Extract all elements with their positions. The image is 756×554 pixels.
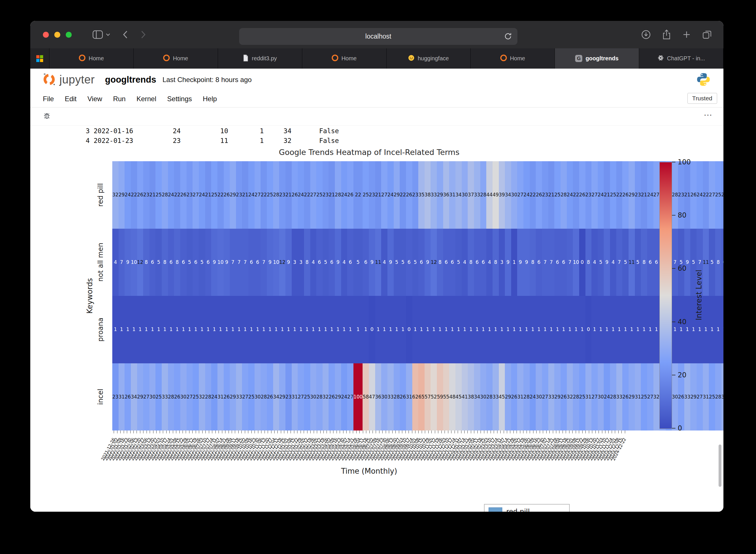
sidebar-toggle-icon[interactable] <box>92 30 103 39</box>
heatmap-cell: 1 <box>573 296 579 363</box>
heatmap-cell: 27 <box>653 161 660 229</box>
heatmap-annotation: 33 <box>387 394 394 399</box>
heatmap-cell: 27 <box>143 363 149 431</box>
x-tick <box>408 431 409 433</box>
tab-home[interactable]: Home <box>134 48 218 69</box>
heatmap-cell: 1 <box>119 296 125 363</box>
x-tick <box>323 431 324 433</box>
heatmap-cell: 6 <box>316 229 323 296</box>
reload-icon[interactable] <box>504 32 512 41</box>
tab-home[interactable]: Home <box>470 48 555 69</box>
heatmap-annotation: 29 <box>394 192 400 197</box>
heatmap-annotation: 1 <box>439 327 442 332</box>
tab-reddit3-py[interactable]: reddit3.py <box>218 48 302 69</box>
heatmap-annotation: 24 <box>530 394 536 399</box>
tab-huggingface[interactable]: huggingface <box>387 48 471 69</box>
heatmap-cell: 41 <box>462 363 468 431</box>
heatmap-cell: 30 <box>255 363 261 431</box>
heatmap-annotation: 6 <box>556 260 559 265</box>
menu-settings[interactable]: Settings <box>167 95 192 103</box>
heatmap-cell: 30 <box>310 363 317 431</box>
heatmap-cell: 34 <box>474 363 480 431</box>
more-options-icon[interactable]: ⋯ <box>704 110 713 120</box>
heatmap-annotation: 1 <box>704 327 707 332</box>
heatmap-annotation: 27 <box>310 192 317 197</box>
heatmap-annotation: 25 <box>554 192 561 197</box>
share-icon[interactable] <box>662 30 671 40</box>
heatmap-annotation: 7 <box>262 260 265 265</box>
downloads-icon[interactable] <box>641 30 651 40</box>
menu-view[interactable]: View <box>87 95 102 103</box>
heatmap-annotation: 26 <box>174 394 180 399</box>
heatmap-annotation: 6 <box>407 260 411 265</box>
heatmap-cell: 27 <box>187 363 193 431</box>
heatmap-annotation: 24 <box>341 192 348 197</box>
heatmap-annotation: 29 <box>279 394 286 399</box>
heatmap-annotation: 1 <box>194 327 197 332</box>
zoom-window-button[interactable] <box>66 32 72 38</box>
menu-file[interactable]: File <box>43 95 54 103</box>
pinned-tab[interactable] <box>30 48 50 69</box>
close-window-button[interactable] <box>43 32 49 38</box>
x-tick <box>143 431 143 433</box>
heatmap-annotation: 4 <box>463 260 466 265</box>
tab-googltrends[interactable]: Ggoogltrends <box>555 48 639 69</box>
menu-kernel[interactable]: Kernel <box>137 95 156 103</box>
heatmap-annotation: 24 <box>387 192 394 197</box>
address-bar[interactable]: localhost <box>239 28 517 45</box>
menu-edit[interactable]: Edit <box>65 95 76 103</box>
tab-overview-icon[interactable] <box>702 30 712 40</box>
heatmap-annotation: 30 <box>480 394 487 399</box>
heatmap-cell: 8 <box>174 229 180 296</box>
heatmap-annotation: 33 <box>493 394 499 399</box>
x-tick <box>471 431 471 433</box>
colorbar-tick-label: 100 <box>678 158 691 166</box>
heatmap-cell: 6 <box>193 229 199 296</box>
heatmap-cell: 6 <box>561 229 567 296</box>
heatmap-annotation: 27 <box>381 192 387 197</box>
x-tick <box>615 431 615 433</box>
vertical-scrollbar[interactable] <box>718 445 721 487</box>
heatmap-annotation: 33 <box>616 394 623 399</box>
minimize-window-button[interactable] <box>54 32 60 38</box>
tab-home[interactable]: Home <box>50 48 134 69</box>
debugger-icon[interactable] <box>43 111 51 121</box>
heatmap-annotation: 29 <box>137 394 143 399</box>
x-tick <box>546 431 547 433</box>
heatmap-cell: 1 <box>672 296 678 363</box>
menu-run[interactable]: Run <box>113 95 126 103</box>
x-tick <box>523 431 523 433</box>
heatmap-annotation: 1 <box>643 327 646 332</box>
menu-help[interactable]: Help <box>203 95 217 103</box>
heatmap-annotation: 21 <box>375 192 381 197</box>
heatmap-annotation: 22 <box>217 192 224 197</box>
jupyter-wordmark[interactable]: jupyter <box>59 73 95 86</box>
heatmap-annotation: 9 <box>426 260 429 265</box>
heatmap-annotation: 9 <box>525 260 528 265</box>
back-button-icon[interactable] <box>122 30 128 39</box>
heatmap-cell: 28 <box>335 161 341 229</box>
tab-chatgpt-in-[interactable]: ChatGPT - in... <box>639 48 723 69</box>
heatmap-cell: 22 <box>131 161 137 229</box>
tab-home[interactable]: Home <box>302 48 387 69</box>
chevron-down-icon[interactable] <box>106 33 110 36</box>
x-tick <box>284 431 284 433</box>
heatmap-cell: 10 <box>273 229 279 296</box>
heatmap-annotation: 1 <box>232 327 235 332</box>
heatmap-cell: 24 <box>387 161 394 229</box>
heatmap-annotation: 9 <box>336 260 339 265</box>
heatmap-cell: 1 <box>511 229 517 296</box>
forward-button-icon[interactable] <box>140 30 146 39</box>
x-tick <box>605 431 606 433</box>
heatmap-cell: 8 <box>162 229 168 296</box>
jupyter-logo-icon[interactable] <box>42 72 57 88</box>
heatmap-annotation: 1 <box>723 327 723 332</box>
trusted-button[interactable]: Trusted <box>687 93 717 104</box>
notebook-title[interactable]: googltrends <box>105 74 156 85</box>
heatmap-annotation: 6 <box>562 260 565 265</box>
heatmap-annotation: 1 <box>550 327 553 332</box>
heatmap-annotation: 30 <box>381 394 387 399</box>
new-tab-icon[interactable] <box>682 30 691 39</box>
heatmap-annotation: 28 <box>394 394 400 399</box>
heatmap-cell: 29 <box>437 161 443 229</box>
